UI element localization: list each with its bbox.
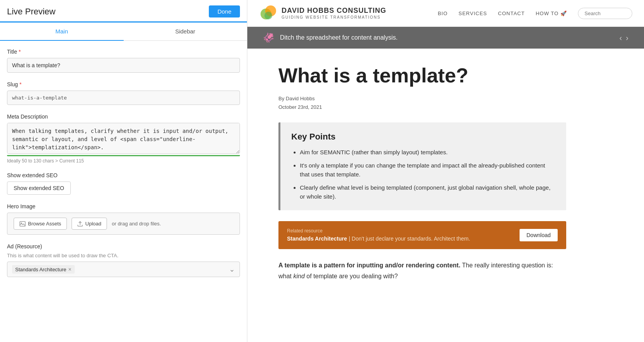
banner-text: Ditch the spreadsheet for content analys… xyxy=(280,34,397,41)
key-point-3: Clearly define what level is being templ… xyxy=(300,183,555,201)
ad-resource-hint: This is what content will be used to dra… xyxy=(7,253,240,258)
nav-link-services[interactable]: SERVICES xyxy=(458,10,487,16)
asset-upload-box: Browse Assets Upload or drag and drop fi… xyxy=(7,213,240,235)
meta-description-field-group: Meta Description When talking templates,… xyxy=(7,113,240,164)
banner-prev-icon[interactable]: ‹ xyxy=(620,33,622,42)
nav-logo: DAVID HOBBS CONSULTING GUIDING WEBSITE T… xyxy=(259,4,386,23)
done-button[interactable]: Done xyxy=(209,5,240,17)
hero-image-label: Hero Image xyxy=(7,203,240,209)
ad-tag-remove[interactable]: × xyxy=(68,266,72,272)
browse-assets-button[interactable]: Browse Assets xyxy=(14,218,67,230)
left-panel: Live Preview Done Main Sidebar Title * S… xyxy=(0,0,247,342)
article-body-text: A template is a pattern for inputting an… xyxy=(278,260,566,281)
title-input[interactable] xyxy=(7,58,240,73)
title-label: Title * xyxy=(7,49,240,55)
article-body: What is a template? By David Hobbs Octob… xyxy=(247,49,597,305)
related-title: Standards Architecture xyxy=(287,236,347,242)
dropdown-arrow-icon: ⌄ xyxy=(229,265,235,274)
download-button[interactable]: Download xyxy=(520,229,558,241)
form-body: Title * Slug * Meta Description When tal… xyxy=(0,41,247,293)
key-point-1: Aim for SEMANTIC (rather than simply lay… xyxy=(300,148,555,157)
slug-input[interactable] xyxy=(7,91,240,105)
key-points-box: Key Points Aim for SEMANTIC (rather than… xyxy=(278,122,566,211)
tab-main[interactable]: Main xyxy=(0,23,124,41)
preview-nav: DAVID HOBBS CONSULTING GUIDING WEBSITE T… xyxy=(247,0,644,27)
nav-link-how-to[interactable]: HOW TO 🚀 xyxy=(536,10,567,16)
tab-row: Main Sidebar xyxy=(0,23,247,41)
page-title: Live Preview xyxy=(7,7,56,17)
ad-resource-label: Ad (Resource) xyxy=(7,243,240,250)
left-header: Live Preview Done xyxy=(0,0,247,23)
ad-resource-section: Ad (Resource) This is what content will … xyxy=(7,243,240,277)
slug-field-group: Slug * xyxy=(7,81,240,105)
banner-icon: 🦑 xyxy=(263,32,275,43)
preview-banner: 🦑 Ditch the spreadsheet for content anal… xyxy=(247,27,644,49)
show-seo-section: Show extended SEO Show extended SEO xyxy=(7,172,240,195)
ad-resource-tag: Standards Architecture × xyxy=(12,265,75,274)
banner-arrows: ‹ › xyxy=(620,33,628,42)
show-seo-label: Show extended SEO xyxy=(7,172,240,178)
logo-sub-text: GUIDING WEBSITE TRANSFORMATIONS xyxy=(282,15,386,20)
related-desc: | Don't just declare your standards. Arc… xyxy=(349,236,470,242)
upload-button[interactable]: Upload xyxy=(72,218,107,230)
article-date: October 23rd, 2021 xyxy=(278,103,566,112)
right-panel: DAVID HOBBS CONSULTING GUIDING WEBSITE T… xyxy=(247,0,644,342)
logo-main-text: DAVID HOBBS CONSULTING xyxy=(282,7,386,15)
title-field-group: Title * xyxy=(7,49,240,73)
meta-hint: Ideally 50 to 130 chars > Current 115 xyxy=(7,158,240,164)
article-italic: kind xyxy=(293,273,304,279)
article-author: By David Hobbs xyxy=(278,94,566,103)
meta-description-textarea[interactable]: When talking templates, clarify whether … xyxy=(7,123,240,154)
nav-links: BIO SERVICES CONTACT HOW TO 🚀 xyxy=(438,8,632,19)
image-icon xyxy=(19,221,26,227)
nav-link-bio[interactable]: BIO xyxy=(438,10,448,16)
banner-next-icon[interactable]: › xyxy=(626,33,628,42)
article-bold: A template is a pattern for inputting an… xyxy=(278,262,460,269)
logo-text: DAVID HOBBS CONSULTING GUIDING WEBSITE T… xyxy=(282,7,386,20)
key-points-list: Aim for SEMANTIC (rather than simply lay… xyxy=(291,148,555,201)
svg-point-4 xyxy=(264,12,272,19)
slug-label: Slug * xyxy=(7,81,240,87)
search-input[interactable] xyxy=(578,8,632,19)
related-resource-box: Related resource Standards Architecture … xyxy=(278,221,566,249)
title-required: * xyxy=(19,49,21,55)
meta-description-label: Meta Description xyxy=(7,113,240,120)
show-seo-button[interactable]: Show extended SEO xyxy=(7,181,71,195)
ad-resource-select[interactable]: Standards Architecture × ⌄ xyxy=(7,262,240,277)
key-point-2: It's only a template if you can change t… xyxy=(300,161,555,179)
article-text-end: of template are you dealing with? xyxy=(305,273,398,279)
key-points-title: Key Points xyxy=(291,132,555,142)
related-resource-info: Related resource Standards Architecture … xyxy=(287,228,470,242)
article-meta: By David Hobbs October 23rd, 2021 xyxy=(278,94,566,112)
upload-icon xyxy=(77,221,83,227)
meta-char-indicator xyxy=(7,155,240,156)
logo-icon xyxy=(259,4,278,23)
hero-image-section: Hero Image Browse Assets Upload xyxy=(7,203,240,235)
nav-link-contact[interactable]: CONTACT xyxy=(498,10,525,16)
article-title: What is a template? xyxy=(278,64,566,87)
drag-drop-text: or drag and drop files. xyxy=(112,221,161,227)
slug-required: * xyxy=(19,81,21,87)
tab-sidebar[interactable]: Sidebar xyxy=(124,23,247,40)
related-label: Related resource xyxy=(287,228,470,234)
